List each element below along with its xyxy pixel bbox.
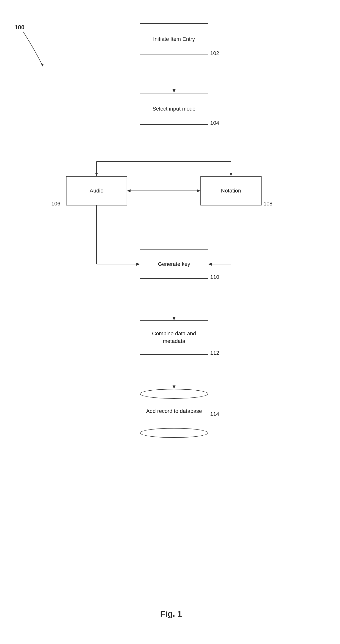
node-108-number: 108 <box>264 200 273 207</box>
node-104: Select input mode <box>140 93 208 125</box>
svg-marker-10 <box>127 189 130 192</box>
svg-marker-5 <box>95 173 98 176</box>
ref-100-label: 100 <box>15 24 24 31</box>
node-110-label: Generate key <box>158 260 190 268</box>
svg-marker-18 <box>173 317 176 320</box>
svg-marker-7 <box>230 173 232 176</box>
node-112: Combine data and metadata <box>140 320 208 355</box>
node-110: Generate key <box>140 250 208 279</box>
svg-marker-16 <box>208 263 212 266</box>
svg-marker-1 <box>173 89 176 93</box>
node-112-number: 112 <box>210 350 219 356</box>
node-112-label: Combine data and metadata <box>140 330 208 345</box>
node-108-label: Notation <box>221 187 241 195</box>
node-106-label: Audio <box>90 187 103 195</box>
svg-marker-9 <box>197 189 200 192</box>
node-114-number: 114 <box>210 411 219 417</box>
node-104-number: 104 <box>210 120 219 126</box>
node-106: Audio <box>66 176 127 206</box>
node-106-number: 106 <box>51 200 60 207</box>
node-110-number: 110 <box>210 274 219 280</box>
fig-label: Fig. 1 <box>152 609 191 618</box>
node-102: Initiate Item Entry <box>140 23 208 55</box>
node-114: Add record to database <box>140 389 208 438</box>
node-104-label: Select input mode <box>153 105 196 113</box>
node-108: Notation <box>200 176 262 206</box>
diagram-container: Initiate Item Entry 102 Select input mod… <box>0 0 340 644</box>
node-114-label: Add record to database <box>146 408 202 415</box>
node-102-label: Initiate Item Entry <box>153 36 195 43</box>
svg-marker-13 <box>136 263 140 266</box>
node-102-number: 102 <box>210 50 219 56</box>
svg-marker-21 <box>40 63 43 66</box>
svg-marker-20 <box>173 386 176 389</box>
